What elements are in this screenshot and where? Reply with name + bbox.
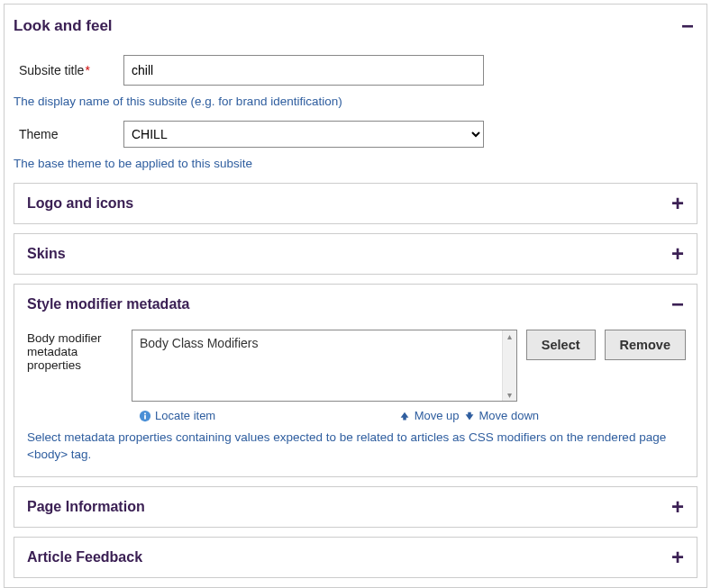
remove-button[interactable]: Remove: [605, 330, 686, 360]
expand-icon: +: [671, 193, 688, 214]
section-header-look-and-feel[interactable]: Look and feel −: [14, 12, 697, 46]
panel-title-feedback: Article Feedback: [27, 549, 142, 565]
body-modifier-listbox[interactable]: Body Class Modifiers ▴ ▾: [132, 330, 517, 402]
scrollbar[interactable]: ▴ ▾: [502, 330, 516, 401]
listbox-actions: Locate item Move up Move down: [139, 409, 539, 422]
scroll-up-icon: ▴: [507, 331, 512, 341]
required-mark: *: [85, 63, 89, 77]
arrow-down-icon: [463, 410, 476, 422]
panel-body-style-modifier: Body modifier metadata properties Body C…: [14, 324, 697, 476]
svg-rect-2: [144, 412, 146, 414]
subsite-title-input[interactable]: [123, 55, 484, 86]
body-modifier-row: Body modifier metadata properties Body C…: [27, 330, 686, 402]
panel-header-page-info[interactable]: Page Information +: [14, 487, 697, 527]
field-subsite-title: Subsite title*: [19, 55, 697, 86]
svg-rect-1: [144, 415, 146, 419]
arrow-up-icon: [398, 410, 411, 422]
helper-theme: The base theme to be applied to this sub…: [14, 157, 697, 170]
panel-article-feedback: Article Feedback +: [14, 537, 697, 578]
panel-title-skins: Skins: [27, 246, 66, 262]
panel-header-feedback[interactable]: Article Feedback +: [14, 538, 697, 577]
label-theme: Theme: [19, 127, 123, 141]
helper-subsite-title: The display name of this subsite (e.g. f…: [14, 95, 697, 108]
list-item[interactable]: Body Class Modifiers: [132, 330, 516, 356]
helper-style-modifier: Select metadata properties containing va…: [27, 430, 686, 464]
label-text: Subsite title: [19, 63, 84, 77]
collapse-icon: −: [671, 294, 688, 315]
expand-icon: +: [671, 243, 688, 265]
panel-page-information: Page Information +: [14, 486, 697, 528]
look-and-feel-section: Look and feel − Subsite title* The displ…: [4, 4, 707, 588]
panel-logo-and-icons: Logo and icons +: [14, 183, 697, 224]
panel-style-modifier: Style modifier metadata − Body modifier …: [14, 284, 697, 477]
expand-icon: +: [671, 496, 688, 518]
section-title: Look and feel: [14, 17, 113, 35]
panel-title-style-modifier: Style modifier metadata: [27, 296, 190, 312]
expand-icon: +: [671, 547, 688, 568]
panel-title-page-info: Page Information: [27, 499, 145, 515]
theme-select[interactable]: CHILL: [123, 121, 484, 148]
locate-item-link[interactable]: Locate item: [155, 409, 215, 422]
move-up-link[interactable]: Move up: [415, 409, 460, 422]
select-button[interactable]: Select: [526, 330, 596, 360]
label-subsite-title: Subsite title*: [19, 63, 123, 77]
info-icon: [139, 410, 151, 422]
scroll-down-icon: ▾: [507, 390, 512, 400]
panel-skins: Skins +: [14, 233, 697, 275]
panel-header-skins[interactable]: Skins +: [14, 234, 697, 274]
move-down-link[interactable]: Move down: [479, 409, 539, 422]
panel-header-style-modifier[interactable]: Style modifier metadata −: [14, 285, 697, 324]
collapse-icon: −: [681, 15, 697, 37]
field-theme: Theme CHILL: [19, 121, 697, 148]
panel-title-logo: Logo and icons: [27, 195, 133, 212]
label-body-modifier: Body modifier metadata properties: [27, 330, 123, 372]
panel-header-logo[interactable]: Logo and icons +: [14, 184, 697, 223]
